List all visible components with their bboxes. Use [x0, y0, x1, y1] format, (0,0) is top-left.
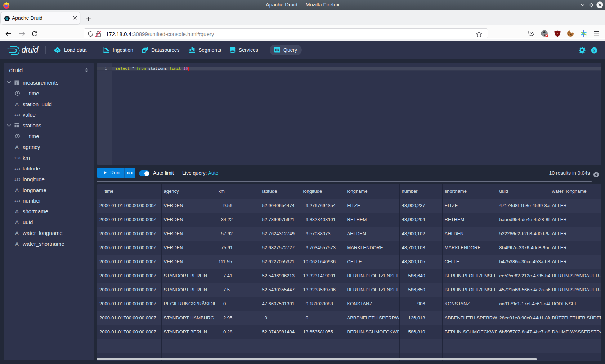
svg-text:?: ?	[593, 48, 595, 53]
svg-text:UO: UO	[556, 32, 559, 35]
